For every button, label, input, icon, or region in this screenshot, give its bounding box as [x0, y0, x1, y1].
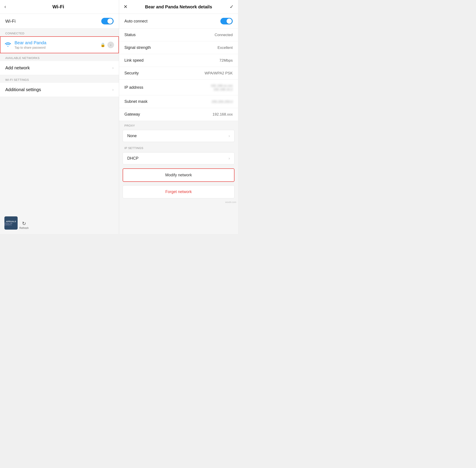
proxy-dropdown[interactable]: None › — [123, 130, 235, 142]
ip-settings-value-label: DHCP — [127, 156, 138, 161]
additional-settings-label: Additional settings — [5, 87, 41, 92]
right-panel-title: Bear and Panda Network details — [130, 4, 227, 10]
gateway-value: 192.168.xxx — [212, 112, 233, 117]
additional-settings-chevron-icon: › — [112, 88, 114, 92]
ip-value: 192.168.xx.xxx192.168.10.2 — [211, 84, 233, 91]
proxy-value-label: None — [127, 134, 137, 138]
network-action-icons: 🔒 › — [100, 42, 114, 48]
detail-row-link-speed: Link speed 72Mbps — [119, 54, 238, 67]
wifi-settings-section-label: WI-FI SETTINGS — [0, 75, 119, 83]
refresh-button[interactable]: ↻ Refresh — [19, 221, 29, 230]
wifi-toggle[interactable] — [101, 18, 114, 24]
signal-key: Signal strength — [124, 45, 151, 50]
refresh-icon: ↻ — [22, 221, 26, 227]
detail-row-signal: Signal strength Excellent — [119, 41, 238, 54]
auto-connect-toggle[interactable] — [220, 18, 233, 24]
detail-row-ip: IP address 192.168.xx.xxx192.168.10.2 — [119, 80, 238, 95]
lock-icon: 🔒 — [100, 43, 105, 47]
back-button[interactable]: ‹ — [4, 4, 6, 10]
subnet-value: 255.255.255.0 — [212, 100, 233, 103]
appuals-logo: APPUALS FROM THE EXPERTS — [4, 216, 18, 230]
proxy-chevron-icon: › — [228, 134, 230, 138]
close-button[interactable]: ✕ — [123, 4, 127, 10]
add-network-label: Add network — [5, 65, 30, 71]
watermark-area: APPUALS FROM THE EXPERTS ↻ Refresh — [4, 216, 29, 230]
detail-row-status: Status Connected — [119, 29, 238, 41]
wifi-settings-panel: ‹ Wi-Fi Wi-Fi CONNECTED Bear and Panda T… — [0, 0, 119, 234]
left-panel-title: Wi-Fi — [9, 4, 108, 10]
right-header: ✕ Bear and Panda Network details ✓ — [119, 0, 238, 14]
ip-settings-dropdown[interactable]: DHCP › — [123, 152, 235, 164]
network-info: Bear and Panda Tap to share password — [15, 40, 100, 49]
wifi-toggle-label: Wi-Fi — [5, 19, 16, 24]
network-details-panel: ✕ Bear and Panda Network details ✓ Auto … — [119, 0, 238, 234]
link-speed-value: 72Mbps — [220, 58, 233, 63]
chevron-circle-icon: › — [110, 43, 111, 47]
detail-row-auto-connect: Auto connect — [119, 14, 238, 29]
detail-row-subnet: Subnet mask 255.255.255.0 — [119, 95, 238, 108]
signal-value: Excellent — [218, 45, 233, 50]
network-name: Bear and Panda — [15, 40, 100, 45]
security-value: WPA/WPA2 PSK — [205, 71, 233, 75]
wifi-toggle-row: Wi-Fi — [0, 14, 119, 29]
network-detail-button[interactable]: › — [107, 42, 114, 48]
auto-connect-key: Auto connect — [124, 19, 148, 24]
detail-row-security: Security WPA/WPA2 PSK — [119, 67, 238, 80]
refresh-label: Refresh — [19, 227, 29, 230]
ip-settings-section-label: IP SETTINGS — [119, 143, 238, 151]
ip-settings-chevron-icon: › — [228, 156, 230, 161]
status-key: Status — [124, 33, 136, 37]
connected-section-label: CONNECTED — [0, 29, 119, 36]
network-subtitle: Tap to share password — [15, 46, 100, 49]
connected-network-row[interactable]: Bear and Panda Tap to share password 🔒 › — [0, 36, 119, 53]
forget-network-button[interactable]: Forget network — [123, 185, 235, 198]
left-header: ‹ Wi-Fi — [0, 0, 119, 14]
add-network-chevron-icon: › — [112, 66, 114, 70]
confirm-button[interactable]: ✓ — [230, 4, 234, 10]
subnet-key: Subnet mask — [124, 99, 148, 104]
status-value: Connected — [215, 33, 233, 37]
additional-settings-row[interactable]: Additional settings › — [0, 83, 119, 97]
available-section-label: AVAILABLE NETWORKS — [0, 53, 119, 61]
modify-network-button[interactable]: Modify network — [123, 168, 235, 182]
security-key: Security — [124, 71, 139, 75]
link-speed-key: Link speed — [124, 58, 144, 63]
add-network-row[interactable]: Add network › — [0, 61, 119, 75]
proxy-section-label: PROXY — [119, 121, 238, 129]
wifi-signal-icon — [5, 42, 11, 48]
watermark-text: wsxdn.com — [119, 200, 238, 204]
gateway-key: Gateway — [124, 112, 140, 117]
detail-row-gateway: Gateway 192.168.xxx — [119, 108, 238, 121]
ip-key: IP address — [124, 85, 143, 90]
